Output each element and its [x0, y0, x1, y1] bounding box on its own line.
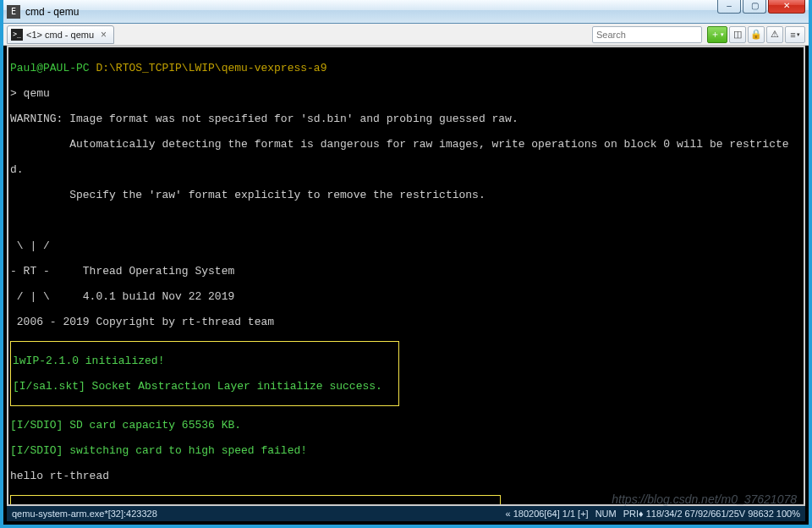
sal-init: [I/sal.skt] Socket Abstraction Layer ini… [13, 380, 397, 393]
banner-line: / | \ 4.0.1 build Nov 22 2019 [10, 290, 802, 303]
lock-icon: 🔒 [750, 29, 762, 40]
minimize-button[interactable]: – [717, 0, 741, 14]
tab-bar: >_ <1> cmd - qemu × 🔍 ＋▾ ◫ 🔒 ⚠ ≡▾ [3, 24, 809, 46]
toolbar-button-alert[interactable]: ⚠ [766, 26, 783, 43]
hello-line: hello rt-thread [10, 470, 802, 482]
status-numlock: NUM [595, 509, 617, 519]
terminal-icon: >_ [11, 29, 23, 41]
menu-icon: ≡ [790, 30, 795, 40]
sdio-line: [I/SDIO] SD card capacity 65536 KB. [10, 419, 802, 432]
status-bar: qemu-system-arm.exe*[32]:423328 « 180206… [7, 506, 805, 521]
sdio-line: [I/SDIO] switching card to high speed fa… [10, 444, 802, 457]
cmd-qemu: > qemu [10, 87, 802, 100]
status-process: qemu-system-arm.exe*[32]:423328 [12, 509, 498, 519]
highlight-ifconfig: msh />ifconfig network interface device:… [10, 495, 501, 506]
chevron-down-icon: ▾ [721, 31, 724, 38]
tab-close-icon[interactable]: × [101, 29, 107, 41]
lwip-init: lwIP-2.1.0 initialized! [13, 355, 397, 367]
toolbar-menu-button[interactable]: ≡▾ [785, 26, 805, 43]
warn-line: WARNING: Image format was not specified … [10, 113, 802, 125]
prompt-path: D:\RTOS_TCPIP\LWIP\qemu-vexpress-a9 [96, 62, 326, 74]
terminal-content: Paul@PAUL-PC D:\RTOS_TCPIP\LWIP\qemu-vex… [8, 47, 804, 506]
warn-line: d. [10, 163, 802, 176]
new-tab-button[interactable]: ＋▾ [707, 26, 727, 43]
banner-line: 2006 - 2019 Copyright by rt-thread team [10, 316, 802, 328]
window-buttons: – ▢ ✕ [717, 0, 805, 14]
banner-line: - RT - Thread Operating System [10, 265, 802, 278]
maximize-icon: ▢ [751, 1, 759, 10]
toolbar-button-lock[interactable]: 🔒 [748, 26, 765, 43]
chevron-down-icon: ▾ [797, 31, 800, 38]
window-title: cmd - qemu [25, 6, 717, 18]
minimize-icon: – [727, 1, 732, 10]
alert-icon: ⚠ [771, 29, 779, 40]
close-icon: ✕ [783, 1, 790, 10]
search-input[interactable] [596, 30, 713, 40]
app-window: E cmd - qemu – ▢ ✕ >_ <1> cmd - qemu × 🔍 [0, 0, 812, 528]
toolbar-button-split[interactable]: ◫ [729, 26, 746, 43]
warn-line: Specify the 'raw' format explicitly to r… [10, 189, 802, 201]
plus-icon: ＋ [710, 28, 720, 41]
status-zoom: PRI♦ 118/34/2 67/92/661/25V 98632 100% [623, 509, 800, 519]
tab-index: <1> [26, 30, 42, 40]
columns-icon: ◫ [733, 29, 742, 40]
close-button[interactable]: ✕ [768, 0, 805, 14]
search-box[interactable]: 🔍 [592, 26, 702, 43]
titlebar[interactable]: E cmd - qemu – ▢ ✕ [3, 0, 809, 24]
banner-line: \ | / [10, 239, 802, 252]
maximize-button[interactable]: ▢ [743, 0, 766, 14]
prompt-user: Paul@PAUL-PC [10, 62, 96, 74]
status-pos: « 180206[64] 1/1 [+] [505, 509, 588, 519]
tab-label: cmd - qemu [45, 30, 94, 40]
app-icon: E [7, 5, 20, 19]
tab-active[interactable]: >_ <1> cmd - qemu × [7, 25, 114, 44]
warn-line: Automatically detecting the format is da… [10, 138, 802, 151]
terminal-viewport[interactable]: Paul@PAUL-PC D:\RTOS_TCPIP\LWIP\qemu-vex… [7, 46, 805, 506]
highlight-init: lwIP-2.1.0 initialized! [I/sal.skt] Sock… [10, 341, 399, 406]
